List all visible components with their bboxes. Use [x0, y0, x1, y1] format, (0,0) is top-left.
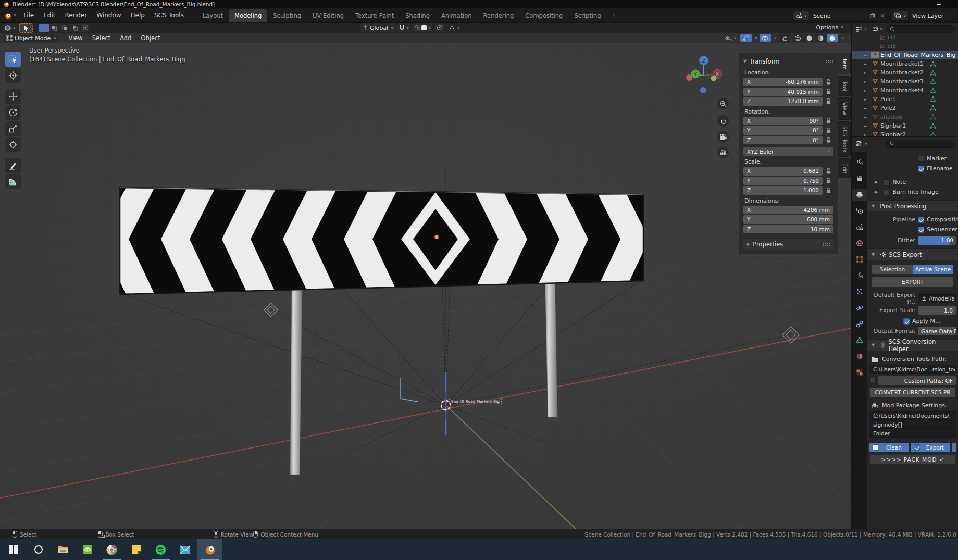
nvidia-button[interactable] [75, 539, 99, 560]
outliner-item[interactable]: End_Of_Road_Markers_Big [852, 51, 958, 59]
expand-icon[interactable] [864, 62, 869, 66]
drag-grip-icon[interactable] [826, 59, 833, 63]
active-tool-indicator[interactable] [19, 23, 33, 33]
mesh-data-icon[interactable] [930, 123, 936, 129]
scale-field[interactable]: X0.681 [743, 167, 823, 176]
expand-icon[interactable] [864, 124, 869, 128]
workspace-tab[interactable]: Shading [400, 9, 436, 22]
menu-item[interactable]: Window [92, 8, 126, 22]
menu-item[interactable]: File [19, 8, 39, 22]
properties-tab-output[interactable] [852, 189, 867, 201]
outliner-item[interactable]: Signbar1 [852, 121, 958, 130]
3d-viewport[interactable]: User Perspective (164) Scene Collection … [0, 43, 851, 529]
show-overlays-toggle[interactable] [760, 34, 771, 42]
outliner-item[interactable]: shadow [852, 113, 958, 121]
outliner-filter-dropdown[interactable] [870, 25, 884, 33]
scale-tool-button[interactable] [5, 121, 21, 136]
transform-tool-button[interactable] [5, 137, 21, 152]
location-field[interactable]: Y40.015 mm [743, 88, 823, 96]
burn-checkbox[interactable] [884, 189, 890, 195]
minimize-button[interactable] [937, 4, 941, 5]
note-checkbox[interactable] [884, 179, 890, 185]
properties-tab-physics[interactable] [852, 302, 867, 314]
marker-checkbox[interactable] [918, 156, 924, 162]
shading-rendered-button[interactable] [827, 34, 838, 42]
xray-toggle[interactable] [779, 34, 790, 42]
lock-icon[interactable] [826, 117, 831, 124]
pan-button[interactable] [717, 115, 729, 127]
expand-icon[interactable] [864, 133, 869, 137]
outliner-item[interactable]: Signbar2 [852, 130, 958, 137]
view-layer-field[interactable]: View Layer [909, 11, 958, 21]
select-mode-extend-button[interactable] [49, 24, 59, 32]
properties-subpanel-header[interactable]: Properties [743, 239, 833, 250]
outliner-item[interactable]: Mountbracket1 [852, 59, 958, 68]
shading-solid-button[interactable] [804, 34, 815, 42]
export-scale-field[interactable]: 1.0 [918, 306, 956, 315]
properties-tab-tool[interactable] [852, 157, 867, 168]
viewport-menu-item[interactable]: Select [88, 34, 115, 42]
workspace-tab[interactable]: Sculpting [267, 9, 307, 22]
workspace-tab[interactable]: UV Editing [307, 9, 350, 22]
expand-icon[interactable] [864, 89, 869, 93]
select-mode-intersect-button[interactable] [81, 24, 91, 32]
mesh-data-icon[interactable] [930, 132, 936, 137]
sequencer-checkbox[interactable] [918, 227, 924, 233]
convert-current-button[interactable]: CONVERT CURRENT SCS PR [869, 387, 956, 397]
properties-tab-texture[interactable] [852, 367, 867, 378]
select-mode-set-button[interactable] [39, 24, 49, 32]
dimensions-field[interactable]: Z10 mm [743, 225, 833, 234]
lock-icon[interactable] [826, 98, 831, 105]
start-button[interactable] [0, 539, 26, 560]
third-toggle-cut[interactable] [952, 443, 956, 452]
navigation-gizmo[interactable]: Z Y X [685, 55, 723, 94]
collapse-icon[interactable] [875, 180, 878, 184]
proportional-falloff-dropdown[interactable] [447, 23, 461, 32]
location-field[interactable]: X-60.176 mm [743, 78, 823, 86]
collapse-icon[interactable] [875, 190, 878, 194]
mesh-data-icon[interactable] [930, 70, 936, 76]
selection-button[interactable]: Selection [872, 265, 913, 274]
show-gizmo-toggle[interactable] [740, 34, 752, 42]
workspace-tab[interactable]: Modeling [229, 9, 267, 22]
output-format-dropdown[interactable]: Game Data Fo [918, 327, 956, 335]
outliner-display-mode-dropdown[interactable] [854, 25, 868, 33]
scene-name-field[interactable]: Scene [810, 11, 868, 21]
mesh-data-icon[interactable] [930, 88, 936, 93]
outliner-item[interactable]: Pole1 [852, 95, 958, 104]
properties-tab-modifiers[interactable] [852, 270, 867, 281]
menu-item[interactable]: Render [60, 8, 92, 22]
properties-tab-constraints[interactable] [852, 318, 867, 330]
mesh-data-icon[interactable] [930, 79, 936, 84]
transform-orientation-dropdown[interactable]: Global [360, 23, 395, 32]
properties-search-input[interactable] [886, 140, 955, 148]
menu-item[interactable]: Edit [39, 8, 60, 22]
options-button[interactable]: Options [816, 24, 843, 31]
transform-panel-header[interactable]: Transform [743, 56, 833, 67]
outliner-item[interactable]: cl2 [852, 33, 958, 42]
lock-icon[interactable] [826, 127, 831, 134]
select-mode-subtract-button[interactable] [60, 24, 70, 32]
properties-tab-world[interactable] [852, 238, 867, 249]
lock-icon[interactable] [826, 79, 831, 85]
expand-icon[interactable] [864, 115, 869, 119]
shading-wireframe-button[interactable] [792, 34, 804, 42]
sidebar-tab[interactable]: SCS Tools [838, 121, 851, 157]
properties-tab-scene[interactable] [852, 221, 867, 233]
rotation-field[interactable]: Y0° [743, 126, 823, 135]
blender-taskbar-button[interactable] [197, 539, 222, 560]
rotation-field[interactable]: X90° [743, 117, 823, 126]
export-button[interactable]: EXPORT [872, 277, 954, 287]
add-workspace-button[interactable]: + [607, 9, 621, 22]
shading-material-button[interactable] [815, 34, 827, 42]
mesh-data-icon[interactable] [930, 105, 936, 111]
sidebar-tab[interactable]: View [838, 97, 851, 120]
filename-checkbox[interactable] [918, 166, 924, 172]
scs-export-panel-header[interactable]: SCS Export [867, 248, 958, 260]
outliner-item[interactable]: Mountbracket3 [852, 77, 958, 86]
outliner-item[interactable]: cl3 [852, 42, 958, 51]
expand-icon[interactable] [864, 71, 869, 75]
snap-toggle-button[interactable] [397, 23, 410, 32]
workspace-tab[interactable]: Layout [197, 9, 229, 22]
snap-with-dropdown[interactable] [413, 23, 432, 32]
